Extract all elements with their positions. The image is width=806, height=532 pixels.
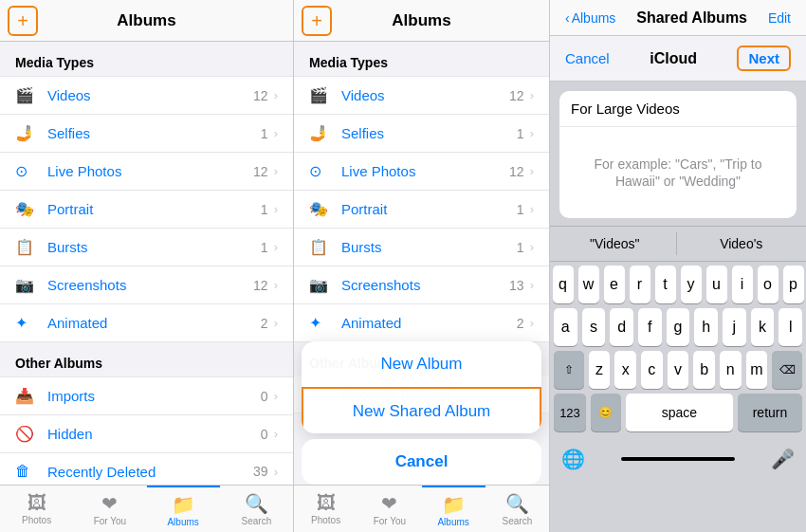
input-row[interactable] [559,91,797,127]
tab-search[interactable]: 🔍 Search [220,486,293,532]
icloud-title: iCloud [650,50,697,67]
left-media-item[interactable]: 🎭 Portrait 1 › [0,191,293,229]
mid-media-item[interactable]: 🎭 Portrait 1 › [294,191,549,229]
emoji-key[interactable]: 😊 [591,394,621,431]
album-name-input[interactable] [571,101,785,117]
tab-albums[interactable]: 📁 Albums [147,486,220,532]
key-w[interactable]: w [578,266,599,303]
tab-icon: 🖼 [317,492,336,514]
key-i[interactable]: i [732,266,753,303]
media-icon: 🎭 [15,200,36,218]
key-p[interactable]: p [783,266,804,303]
mid-media-item[interactable]: 📷 Screenshots 13 › [294,266,549,304]
key-v[interactable]: v [668,351,689,389]
mid-media-icon: 📋 [309,238,330,256]
mid-tab-for-you[interactable]: ❤ For You [357,486,421,532]
left-other-item[interactable]: 🗑 Recently Deleted 39 › [0,453,293,485]
placeholder-text: For example: "Cars", "Trip to Hawaii" or… [595,156,762,189]
mid-media-icon: 🎭 [309,200,330,218]
key-n[interactable]: n [720,351,742,389]
left-content: Media Types 🎬 Videos 12 › 🤳 Selfies 1 › … [0,42,293,485]
other-icon: 🚫 [15,425,36,443]
new-shared-album-button[interactable]: New Shared Album [302,387,541,433]
space-key[interactable]: space [626,394,733,431]
shift-key[interactable]: ⇧ [554,351,584,389]
mid-tab-search[interactable]: 🔍 Search [485,486,549,532]
left-media-item[interactable]: ✦ Animated 2 › [0,304,293,342]
autocomplete-item[interactable]: Video's [681,232,803,255]
key-f[interactable]: f [638,308,662,346]
mid-tab-photos[interactable]: 🖼 Photos [294,486,357,532]
mid-media-item[interactable]: ⊙ Live Photos 12 › [294,153,549,191]
key-d[interactable]: d [610,308,633,346]
mid-tab-bar: 🖼 Photos ❤ For You 📁 Albums 🔍 Search [294,485,549,532]
key-j[interactable]: j [723,308,746,346]
tab-icon: 📁 [172,493,195,516]
key-s[interactable]: s [582,308,606,346]
chevron-left-icon: ‹ [565,10,570,26]
key-a[interactable]: a [554,308,577,346]
left-other-item[interactable]: 🚫 Hidden 0 › [0,415,293,453]
keyboard: qwertyuiopasdfghjkl⇧zxcvbnm⌫123😊spaceret… [550,262,806,440]
mic-icon[interactable]: 🎤 [771,448,795,470]
mid-media-item[interactable]: 🤳 Selfies 1 › [294,115,549,153]
return-key[interactable]: return [738,394,802,431]
left-media-item[interactable]: 🤳 Selfies 1 › [0,115,293,153]
action-cancel-button[interactable]: Cancel [302,439,541,485]
left-media-item[interactable]: 📷 Screenshots 12 › [0,266,293,304]
new-album-button[interactable]: New Album [302,341,541,388]
placeholder-area: For example: "Cars", "Trip to Hawaii" or… [559,127,797,218]
globe-icon[interactable]: 🌐 [561,448,585,470]
left-other-item[interactable]: 📥 Imports 0 › [0,376,293,415]
tab-for-you[interactable]: ❤ For You [73,486,146,532]
tab-icon: ❤ [101,492,118,515]
key-x[interactable]: x [614,351,636,389]
key-l[interactable]: l [779,308,802,346]
key-g[interactable]: g [667,308,690,346]
icloud-header: Cancel iCloud Next [550,36,806,82]
delete-key[interactable]: ⌫ [772,351,802,389]
key-z[interactable]: z [589,351,611,389]
mid-tab-albums[interactable]: 📁 Albums [422,486,485,532]
tab-photos[interactable]: 🖼 Photos [0,486,73,532]
next-button[interactable]: Next [737,46,791,71]
autocomplete-item[interactable]: "Videos" [554,232,677,255]
edit-button[interactable]: Edit [768,10,791,26]
right-nav: ‹ Albums Shared Albums Edit [550,0,806,36]
key-k[interactable]: k [751,308,775,346]
key-q[interactable]: q [553,266,574,303]
tab-label: Albums [437,517,468,527]
left-media-item[interactable]: 🎬 Videos 12 › [0,76,293,115]
cancel-button[interactable]: Cancel [565,50,610,66]
mid-media-item[interactable]: 🎬 Videos 12 › [294,76,549,115]
mid-media-icon: 🤳 [309,124,330,142]
key-c[interactable]: c [641,351,663,389]
add-album-button[interactable]: + [8,6,38,36]
mid-media-item[interactable]: 📋 Bursts 1 › [294,229,549,266]
media-icon: 🤳 [15,124,36,142]
media-icon: 📷 [15,276,36,294]
right-nav-title: Shared Albums [636,9,747,27]
num-key[interactable]: 123 [554,394,586,431]
media-icon: ✦ [15,314,36,332]
key-y[interactable]: y [681,266,702,303]
tab-icon: ❤ [381,492,397,515]
key-o[interactable]: o [758,266,779,303]
back-button[interactable]: ‹ Albums [565,10,615,26]
mid-panel: + Albums Media Types 🎬 Videos 12 › 🤳 Sel… [294,0,550,532]
media-icon: 📋 [15,238,36,256]
left-media-item[interactable]: ⊙ Live Photos 12 › [0,153,293,191]
left-media-item[interactable]: 📋 Bursts 1 › [0,229,293,266]
key-u[interactable]: u [706,266,727,303]
mid-media-item[interactable]: ✦ Animated 2 › [294,304,549,342]
key-e[interactable]: e [604,266,625,303]
keyboard-row-3: 123😊spacereturn [554,394,802,431]
tab-label: Albums [167,517,198,527]
key-h[interactable]: h [694,308,718,346]
key-m[interactable]: m [746,351,768,389]
key-r[interactable]: r [630,266,650,303]
key-t[interactable]: t [655,266,676,303]
other-icon: 🗑 [15,463,36,480]
key-b[interactable]: b [693,351,715,389]
mid-add-button[interactable]: + [302,6,332,36]
